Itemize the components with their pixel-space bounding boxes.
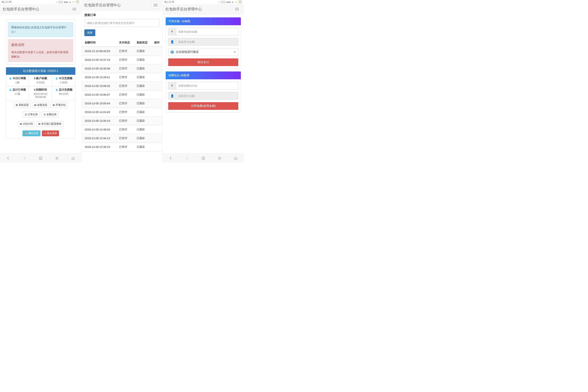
refresh-icon[interactable]: ⟳: [234, 50, 236, 54]
status-time: 晚上11:05: [164, 0, 174, 4]
page-title: 红包助手后台管理中心: [166, 7, 202, 12]
menu-button[interactable]: [70, 6, 78, 12]
page-title: 红包助手后台管理中心: [84, 3, 121, 8]
table-row[interactable]: 2018-12-09 15:28:41已支付已返款: [82, 73, 162, 82]
tabs-icon[interactable]: 1: [39, 156, 43, 160]
app-header: 红包助手后台管理中心: [0, 4, 81, 15]
wifi-icon: ◉: [232, 1, 234, 3]
panel-action-button[interactable]: ✿支付接口配置教程: [36, 121, 64, 127]
menu-lines-icon[interactable]: [55, 156, 59, 160]
menu-lines-icon[interactable]: [218, 156, 222, 160]
browser-nav: 1: [0, 154, 81, 162]
table-row[interactable]: 2018-12-09 12:44:13已支付已返款: [82, 134, 162, 143]
stat-icon: $: [34, 88, 36, 91]
tabs-icon[interactable]: 1: [201, 156, 205, 160]
app-header: 红包助手后台管理中心: [162, 4, 244, 15]
yen-icon: ¥: [168, 28, 176, 36]
bolt-icon: ⚡: [72, 1, 74, 3]
search-title: 搜索订单: [84, 13, 160, 17]
table-row[interactable]: 2018-12-09 15:06:47已支付已返款: [82, 90, 162, 99]
gear-icon: ✿: [38, 122, 40, 126]
wifi-icon: ◉: [69, 1, 71, 3]
table-row[interactable]: 2018-12-09 15:05:44已支付已返款: [82, 99, 162, 108]
table-row[interactable]: 2018-12-09 12:49:43已支付已返款: [82, 125, 162, 134]
panel-action-button[interactable]: ✿系统设置: [14, 102, 31, 108]
vpn-icon: VPN: [221, 1, 225, 3]
orders-table: 创建时间支付状态返款状态操作 2018-12-10 08:43:53已支付已返款…: [82, 39, 162, 151]
stat-cell: 💧今日交易额1.00元: [52, 75, 75, 86]
stat-cell: $账户余额0.50元: [29, 75, 52, 86]
payable-amount-input: [176, 38, 238, 46]
back-icon[interactable]: [169, 156, 173, 160]
vpn-icon: VPN: [58, 1, 62, 3]
signal-icon: ▮▮▮▮: [64, 1, 68, 3]
browser-nav: 1: [162, 154, 244, 162]
forward-icon[interactable]: [22, 156, 26, 160]
balance-header: 可用余额：0.50元: [166, 18, 241, 25]
panel-action-button[interactable]: ✿余额充值: [32, 102, 49, 108]
home-nav-icon[interactable]: [234, 156, 238, 160]
yen-icon: ¥: [168, 82, 176, 90]
renew-months-input[interactable]: [176, 82, 238, 90]
home-icon: 🏠: [24, 132, 28, 135]
gear-icon: ✿: [20, 122, 22, 126]
pay-button[interactable]: 前往支付: [168, 58, 238, 66]
service-title: 服务说明: [11, 42, 70, 48]
forward-icon[interactable]: [185, 156, 189, 160]
renew-button[interactable]: 立即续费(使用余额): [168, 102, 238, 110]
captcha-button[interactable]: 点击按钮进行验证 ⟳: [168, 48, 238, 56]
status-bar: 晚上11:05 ✕ VPN ▮▮▮▮ ◉ ⚡ 66: [162, 0, 244, 4]
captcha-dot-icon: [170, 50, 174, 54]
svg-text:1: 1: [203, 157, 204, 159]
stat-cell: 💧总计订单数17条: [6, 86, 29, 100]
back-icon[interactable]: [6, 156, 10, 160]
home-nav-icon[interactable]: [71, 156, 75, 160]
stat-icon: 💧: [9, 88, 12, 91]
panel-action-button[interactable]: ✿分站介绍: [18, 121, 35, 127]
table-header: 支付状态: [116, 39, 134, 47]
home-button[interactable]: 🏠网站首页: [22, 130, 40, 136]
status-bar: 晚上11:05 ✕ VPN ▮▮▮▮ ◉ ⚡ 67: [0, 0, 81, 4]
search-button[interactable]: 搜索: [84, 30, 95, 36]
stat-cell: 💧今日订单数1条: [6, 75, 29, 86]
logout-button[interactable]: ↪退出登录: [42, 130, 59, 136]
stats-panel-title: 站点数据统计面板 分站ID:1: [6, 67, 75, 75]
stat-cell: 💧总计交易额96.03元: [52, 86, 75, 100]
gear-icon: ☰: [25, 113, 27, 116]
table-row[interactable]: 2018-12-09 13:35:19已支付已返款: [82, 116, 162, 125]
page-title: 红包助手后台管理中心: [3, 7, 39, 12]
silent-icon: ✕: [56, 1, 57, 3]
table-row[interactable]: 2018-12-09 15:09:32已支付已返款: [82, 82, 162, 90]
user-icon: 👤: [168, 38, 176, 46]
panel-action-button[interactable]: ☰余额记录: [42, 112, 58, 118]
signal-icon: ▮▮▮▮: [226, 1, 231, 3]
table-row[interactable]: 2018-12-09 12:39:10已支付已返款: [82, 143, 162, 151]
panel-action-button[interactable]: ✿开通分站: [51, 102, 68, 108]
menu-button[interactable]: [233, 6, 241, 12]
table-row[interactable]: 2018-12-09 15:37:13已支付已返款: [82, 56, 162, 64]
table-row[interactable]: 2018-12-09 15:30:06已支付已返款: [82, 64, 162, 73]
renew-panel: 续费站点 10元/月 ¥ 👤 立即续费(使用余额): [166, 71, 241, 112]
welcome-alert: 尊敬的站长您好,欢迎进入红包助手后台管理中心！: [8, 22, 73, 37]
search-input[interactable]: [84, 19, 160, 27]
user-icon: 👤: [168, 92, 176, 100]
battery-badge: 67: [76, 1, 80, 3]
gear-icon: ✿: [34, 104, 36, 106]
battery-badge: 66: [238, 1, 242, 3]
service-alert: 服务说明 请先在配置中设置个人信息，如有问题可联系客服解决。: [8, 39, 73, 62]
table-row[interactable]: 2018-12-09 14:24:43已支付已返款: [82, 108, 162, 116]
stat-icon: 💧: [9, 77, 12, 80]
menu-button[interactable]: [152, 2, 160, 8]
service-text: 请先在配置中设置个人信息，如有问题可联系客服解决。: [11, 50, 70, 59]
stat-cell: $到期时间2019-04-01 00:00:00: [29, 86, 52, 100]
table-header: 创建时间: [82, 39, 116, 47]
table-row[interactable]: 2018-12-10 08:43:53已支付已返款: [82, 47, 162, 56]
stat-icon: 💧: [55, 88, 58, 91]
stat-icon: 💧: [55, 77, 58, 80]
table-header: 操作: [151, 39, 162, 47]
gear-icon: ✿: [53, 104, 55, 106]
panel-action-button[interactable]: ☰订单记录: [23, 112, 40, 118]
app-header: 红包助手后台管理中心: [82, 0, 162, 11]
recharge-amount-input[interactable]: [176, 28, 238, 36]
renew-header: 续费站点 10元/月: [166, 72, 241, 79]
